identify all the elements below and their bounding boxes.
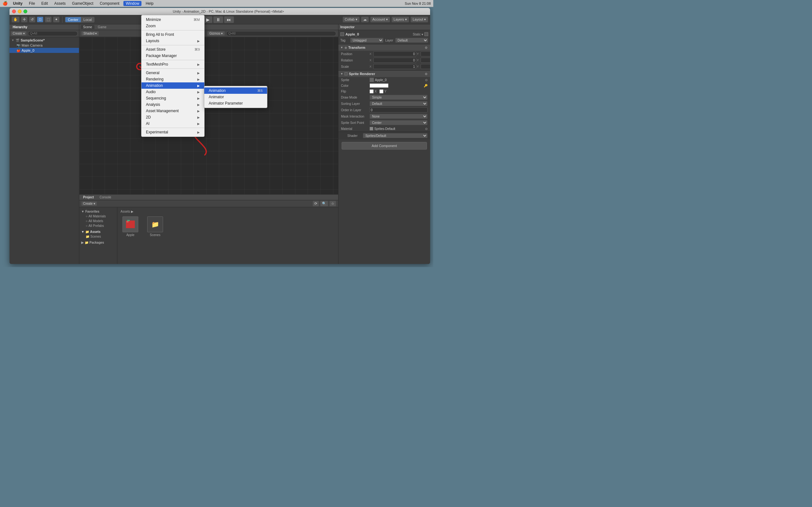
assets-menu[interactable]: Assets — [52, 1, 68, 6]
scene-tab[interactable]: Scene — [81, 25, 95, 29]
mask-select[interactable]: None — [369, 114, 427, 119]
move-tool[interactable]: ✛ — [21, 16, 28, 22]
add-component-btn[interactable]: Add Component — [342, 142, 427, 150]
menu-audio[interactable]: Audio ▶ — [142, 89, 204, 95]
rot-x-input[interactable] — [373, 58, 416, 63]
sr-enabled-check[interactable] — [345, 72, 348, 75]
menu-analysis[interactable]: Analysis ▶ — [142, 101, 204, 108]
local-toggle[interactable]: Local — [81, 17, 94, 22]
menu-general[interactable]: General ▶ — [142, 70, 204, 76]
step-button[interactable]: ⏭ — [224, 16, 234, 23]
menu-asset-store[interactable]: Asset Store ⌘9 — [142, 46, 204, 53]
transform-tool[interactable]: ✦ — [53, 16, 60, 22]
shader-select[interactable]: Sprites/Default — [363, 133, 427, 138]
sr-settings[interactable]: ⚙ — [424, 72, 428, 76]
menu-sequencing[interactable]: Sequencing ▶ — [142, 95, 204, 101]
apple-menu[interactable]: 🍎 — [3, 1, 8, 6]
layers-button[interactable]: Layers ▾ — [392, 16, 409, 22]
maximize-button[interactable] — [23, 9, 27, 13]
game-tab[interactable]: Game — [95, 25, 109, 29]
material-pick-btn[interactable]: ⊙ — [425, 127, 427, 130]
pos-x-input[interactable] — [373, 51, 416, 56]
scene-search[interactable] — [226, 31, 336, 36]
object-enabled-check[interactable] — [340, 32, 344, 36]
scenes-asset[interactable]: 📁 Scenes — [144, 216, 166, 237]
apple-asset[interactable]: Apple — [119, 216, 142, 237]
animation-submenu[interactable]: Animation ⌘6 Animator Animator Parameter — [204, 86, 267, 108]
component-menu[interactable]: Component — [97, 1, 121, 6]
animation-submenu-animation[interactable]: Animation ⌘6 — [204, 88, 267, 94]
shaded-btn[interactable]: Shaded ▾ — [81, 31, 99, 36]
hierarchy-item-scene[interactable]: ▼ 🎬 SampleScene* — [9, 38, 79, 43]
scene-viewport[interactable] — [79, 37, 338, 194]
project-star-btn[interactable]: ☆ — [329, 201, 336, 207]
hierarchy-item-apple[interactable]: 🍎 Apple_0 — [9, 48, 79, 53]
edit-menu[interactable]: Edit — [39, 1, 50, 6]
hand-tool[interactable]: ✋ — [11, 16, 20, 22]
menu-asset-management[interactable]: Asset Management ▶ — [142, 108, 204, 114]
animation-submenu-animator[interactable]: Animator — [204, 94, 267, 100]
center-toggle[interactable]: Center — [65, 17, 81, 22]
animation-submenu-param[interactable]: Animator Parameter — [204, 100, 267, 107]
sprite-pick-btn[interactable]: ⊙ — [425, 78, 427, 82]
draw-mode-select[interactable]: Simple — [369, 95, 427, 100]
help-menu[interactable]: Help — [143, 1, 156, 6]
transform-header[interactable]: ▼ ⊕ Transform ⚙ — [339, 44, 430, 51]
assets-header[interactable]: ▼ 📁 Assets — [81, 229, 115, 234]
menu-ai[interactable]: AI ▶ — [142, 120, 204, 127]
cloud-button[interactable]: ☁ — [361, 16, 369, 22]
close-button[interactable] — [12, 9, 16, 13]
static-check[interactable] — [424, 32, 428, 36]
transform-settings[interactable]: ⚙ — [424, 46, 428, 50]
menu-layouts[interactable]: Layouts ▶ — [142, 38, 204, 44]
file-menu[interactable]: File — [27, 1, 37, 6]
flip-y-checkbox[interactable] — [379, 89, 384, 94]
window-menu[interactable]: Window — [123, 1, 142, 6]
rotate-tool[interactable]: ↺ — [29, 16, 36, 22]
menu-experimental[interactable]: Experimental ▶ — [142, 129, 204, 135]
menu-zoom[interactable]: Zoom — [142, 23, 204, 29]
project-create-btn[interactable]: Create ▾ — [81, 201, 97, 206]
sprite-renderer-header[interactable]: ▼ Sprite Renderer ⚙ — [339, 71, 430, 77]
all-models[interactable]: ○ All Models — [81, 219, 115, 223]
flip-x-checkbox[interactable] — [369, 89, 374, 94]
favorites-header[interactable]: ▼ Favorites — [81, 209, 115, 214]
layer-select[interactable]: Default — [395, 38, 428, 43]
color-edit-btn[interactable]: 🔑 — [424, 84, 427, 88]
menu-rendering[interactable]: Rendering ▶ — [142, 76, 204, 82]
hierarchy-tab[interactable]: Hierarchy — [11, 25, 29, 29]
scenes-folder[interactable]: 📁 Scenes — [81, 234, 115, 239]
tag-select[interactable]: Untagged — [350, 38, 384, 43]
menu-bring-all[interactable]: Bring All to Front — [142, 32, 204, 38]
all-materials[interactable]: ○ All Materials — [81, 214, 115, 219]
sort-point-select[interactable]: Center — [369, 120, 427, 125]
account-button[interactable]: Account ▾ — [370, 16, 390, 22]
order-input[interactable] — [369, 107, 427, 112]
pos-y-input[interactable] — [420, 51, 430, 56]
scale-x-input[interactable] — [373, 64, 416, 69]
sorting-layer-select[interactable]: Default — [369, 101, 427, 106]
project-refresh-btn[interactable]: ⟳ — [312, 201, 319, 207]
menu-minimize[interactable]: Minimize ⌘M — [142, 16, 204, 23]
scale-tool[interactable]: ⊡ — [37, 16, 44, 22]
minimize-button[interactable] — [18, 9, 21, 13]
scale-y-input[interactable] — [420, 64, 430, 69]
console-tab[interactable]: Console — [97, 195, 114, 199]
hierarchy-item-camera[interactable]: 📷 Main Camera — [9, 43, 79, 48]
rect-tool[interactable]: ⬚ — [45, 16, 52, 22]
collab-button[interactable]: Collab ▾ — [343, 16, 360, 22]
gameobject-menu[interactable]: GameObject — [70, 1, 96, 6]
pause-button[interactable]: ⏸ — [213, 16, 223, 23]
gizmos-btn[interactable]: Gizmos ▾ — [207, 31, 225, 36]
layout-button[interactable]: Layout ▾ — [410, 16, 428, 22]
unity-menu[interactable]: Unity — [11, 1, 25, 6]
packages-header[interactable]: ▶ 📁 Packages — [81, 240, 115, 245]
project-search-btn[interactable]: 🔍 — [320, 201, 328, 207]
menu-package-manager[interactable]: Package Manager — [142, 53, 204, 59]
hierarchy-create-btn[interactable]: Create ▾ — [11, 31, 27, 36]
menu-textmeshpro[interactable]: TextMeshPro ▶ — [142, 61, 204, 67]
window-dropdown[interactable]: Minimize ⌘M Zoom Bring All to Front Layo… — [141, 15, 205, 137]
all-prefabs[interactable]: ○ All Prefabs — [81, 223, 115, 228]
rot-y-input[interactable] — [420, 58, 430, 63]
menu-2d[interactable]: 2D ▶ — [142, 114, 204, 120]
